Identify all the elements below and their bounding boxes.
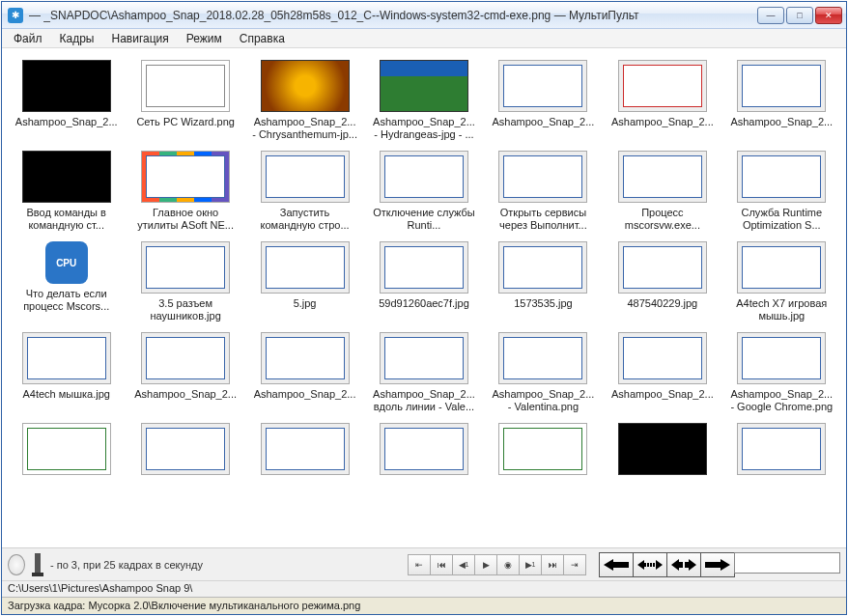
step-back-button[interactable]: ◀1 xyxy=(452,554,475,575)
thumbnail-image xyxy=(737,241,826,294)
thumbnail-item[interactable]: Ashampoo_Snap_2... xyxy=(723,58,840,143)
thumbnail-caption: Служба Runtime Optimization S... xyxy=(728,207,834,232)
thumbnail-item[interactable]: Ashampoo_Snap_2... xyxy=(127,330,243,415)
rewind-button[interactable]: ⏮ xyxy=(430,554,453,575)
thumbnail-item[interactable]: A4tech X7 игровая мышь.jpg xyxy=(723,239,840,324)
thumbnail-item[interactable]: 5.jpg xyxy=(246,239,363,324)
thumbnail-item[interactable]: Ashampoo_Snap_2... - Valentina.png xyxy=(485,330,602,415)
thumbnail-caption: Главное окно утилиты ASoft NE... xyxy=(132,207,239,232)
thumbnail-item[interactable]: Ввод команды в командную ст... xyxy=(8,149,125,234)
thumbnail-item[interactable]: CPUЧто делать если процесс Mscors... xyxy=(8,239,125,324)
thumbnail-image xyxy=(618,332,707,384)
thumbnail-image xyxy=(498,332,587,384)
svg-marker-0 xyxy=(604,559,629,571)
menu-mode[interactable]: Режим xyxy=(179,30,230,47)
thumbnail-item[interactable] xyxy=(127,421,243,481)
thumbnail-image: CPU xyxy=(45,241,88,284)
thumbnail-item[interactable]: Ashampoo_Snap_2... - Hydrangeas-jpg - ..… xyxy=(365,58,482,143)
thumbnail-grid-area[interactable]: Ashampoo_Snap_2...Сеть PC Wizard.pngAsha… xyxy=(2,48,846,548)
thumbnail-caption: Ashampoo_Snap_2... - Google Chrome.png xyxy=(728,388,834,413)
titlebar[interactable]: ✱ — _SNAPDOC\Ashampoo_Snap_2018.02.28_05… xyxy=(2,2,846,29)
path-label: C:\Users\1\Pictures\Ashampoo Snap 9\ xyxy=(2,581,846,597)
menu-navigation[interactable]: Навигация xyxy=(103,30,176,47)
thumbnail-caption: 1573535.jpg xyxy=(490,297,596,310)
thumbnail-image xyxy=(380,151,468,203)
thumbnail-item[interactable]: 59d91260aec7f.jpg xyxy=(365,239,482,324)
thumbnail-image xyxy=(22,423,111,475)
thumbnail-caption: Ashampoo_Snap_2... - Chrysanthemum-jp... xyxy=(252,116,358,141)
thumbnail-item[interactable]: Сеть PC Wizard.png xyxy=(127,58,243,143)
scrub-knob[interactable] xyxy=(8,554,25,575)
thumbnail-item[interactable]: Запустить командную стро... xyxy=(246,149,363,234)
thumbnail-image xyxy=(261,151,350,203)
thumbnail-item[interactable]: Ashampoo_Snap_2... вдоль линии - Vale... xyxy=(365,330,482,415)
thumbnail-item[interactable]: Ashampoo_Snap_2... xyxy=(604,58,721,143)
thumbnail-item[interactable]: Ashampoo_Snap_2... xyxy=(485,58,602,143)
nav-next-button[interactable] xyxy=(700,552,735,577)
step-forward-button[interactable]: ▶1 xyxy=(519,554,542,575)
play-button[interactable]: ▶ xyxy=(474,554,497,575)
thumbnail-item[interactable]: A4tech мышка.jpg xyxy=(8,330,125,415)
thumbnail-item[interactable]: Открыть сервисы через Выполнит... xyxy=(485,149,602,234)
thumbnail-image xyxy=(22,151,111,203)
thumbnail-item[interactable]: 3.5 разъем наушников.jpg xyxy=(127,239,243,324)
thumbnail-image xyxy=(498,60,587,112)
fast-forward-button[interactable]: ⏭ xyxy=(541,554,564,575)
stop-button[interactable]: ◉ xyxy=(496,554,520,575)
thumbnail-item[interactable] xyxy=(485,421,602,481)
thumbnail-caption: Сеть PC Wizard.png xyxy=(132,116,239,128)
thumbnail-item[interactable]: Отключение службы Runti... xyxy=(365,149,482,234)
goto-start-button[interactable]: ⇤ xyxy=(408,554,431,575)
thumbnail-item[interactable]: Ashampoo_Snap_2... xyxy=(604,330,721,415)
thumbnail-image xyxy=(141,332,230,384)
menu-file[interactable]: Файл xyxy=(6,30,50,47)
thumbnail-item[interactable] xyxy=(365,421,482,481)
thumbnail-caption: Ashampoo_Snap_2... xyxy=(252,388,358,401)
thumbnail-image xyxy=(141,60,230,112)
thumbnail-item[interactable]: Ashampoo_Snap_2... - Google Chrome.png xyxy=(723,330,840,415)
thumbnail-caption: Ashampoo_Snap_2... xyxy=(609,116,716,128)
maximize-button[interactable]: □ xyxy=(786,7,813,24)
thumbnail-caption: A4tech X7 игровая мышь.jpg xyxy=(728,297,834,322)
minimize-button[interactable]: — xyxy=(757,7,784,24)
thumbnail-caption: 3.5 разъем наушников.jpg xyxy=(132,297,239,322)
thumbnail-item[interactable]: Главное окно утилиты ASoft NE... xyxy=(127,149,243,234)
app-window: ✱ — _SNAPDOC\Ashampoo_Snap_2018.02.28_05… xyxy=(1,1,847,615)
thumbnail-image xyxy=(380,423,468,475)
thumbnail-image xyxy=(737,423,826,475)
playback-label: - по 3, при 25 кадрах в секунду xyxy=(50,559,203,571)
svg-rect-4 xyxy=(653,563,655,567)
close-button[interactable]: ✕ xyxy=(815,7,842,24)
thumbnail-item[interactable]: Ashampoo_Snap_2... - Chrysanthemum-jp... xyxy=(246,58,363,143)
thumbnail-item[interactable]: 487540229.jpg xyxy=(604,239,721,324)
menu-help[interactable]: Справка xyxy=(232,30,293,47)
thumbnail-image xyxy=(141,423,230,475)
playback-controls: ⇤ ⏮ ◀1 ▶ ◉ ▶1 ⏭ ⇥ xyxy=(409,554,586,575)
thumbnail-item[interactable] xyxy=(8,421,125,481)
thumbnail-caption: Ashampoo_Snap_2... xyxy=(609,388,716,401)
thumbnail-image xyxy=(380,241,468,294)
thumbnail-image xyxy=(22,332,111,384)
thumbnail-item[interactable]: 1573535.jpg xyxy=(485,239,602,324)
position-marker-icon[interactable] xyxy=(35,553,41,576)
nav-swap-button[interactable] xyxy=(666,552,701,577)
thumbnail-item[interactable]: Процесс mscorsvw.exe... xyxy=(604,149,721,234)
nav-field[interactable] xyxy=(734,552,840,574)
thumbnail-item[interactable]: Ashampoo_Snap_2... xyxy=(8,58,125,143)
menu-frames[interactable]: Кадры xyxy=(52,30,102,47)
thumbnail-item[interactable]: Ashampoo_Snap_2... xyxy=(246,330,363,415)
thumbnail-caption: Что делать если процесс Mscors... xyxy=(14,288,120,313)
thumbnail-caption: Ввод команды в командную ст... xyxy=(14,207,120,232)
thumbnail-caption: Открыть сервисы через Выполнит... xyxy=(490,207,596,232)
thumbnail-item[interactable]: Служба Runtime Optimization S... xyxy=(723,149,840,234)
nav-prev-button[interactable] xyxy=(599,552,634,577)
thumbnail-image xyxy=(261,241,350,294)
thumbnail-item[interactable] xyxy=(604,421,721,481)
thumbnail-item[interactable] xyxy=(723,421,840,481)
thumbnail-item[interactable] xyxy=(246,421,363,481)
thumbnail-image xyxy=(261,423,350,475)
thumbnail-caption: Ashampoo_Snap_2... xyxy=(14,116,120,128)
goto-end-button[interactable]: ⇥ xyxy=(563,554,586,575)
thumbnail-caption: Ashampoo_Snap_2... xyxy=(490,116,596,128)
nav-shuffle-button[interactable] xyxy=(633,552,667,577)
